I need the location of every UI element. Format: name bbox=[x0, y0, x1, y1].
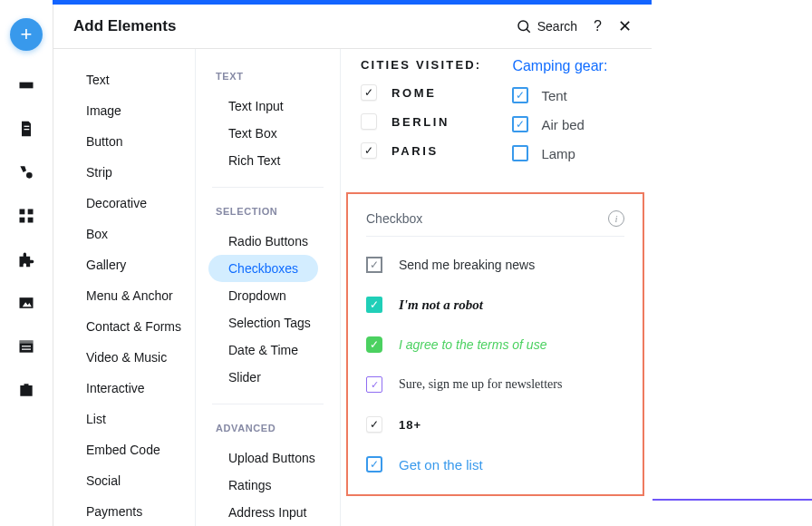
camping-label: Tent bbox=[541, 88, 566, 103]
info-icon[interactable]: i bbox=[608, 210, 624, 227]
apps-icon[interactable] bbox=[17, 207, 35, 225]
svg-line-14 bbox=[527, 29, 530, 33]
checkbox-icon: ✓ bbox=[366, 336, 382, 353]
sub-item-checkboxes[interactable]: Checkboxes bbox=[208, 255, 318, 282]
cities-group[interactable]: Cities visited: ✓RomeBerlin✓Paris bbox=[361, 58, 481, 174]
checkbox-sample[interactable]: ✓Send me breaking news bbox=[366, 257, 624, 273]
business-icon[interactable] bbox=[17, 381, 35, 399]
camping-row[interactable]: ✓Tent bbox=[512, 87, 607, 103]
svg-rect-0 bbox=[20, 83, 34, 89]
camping-row[interactable]: ✓Air bed bbox=[512, 116, 607, 132]
add-elements-panel: Add Elements Search ? ✕ TextImageButtonS… bbox=[53, 5, 652, 526]
sub-item-date-time[interactable]: Date & Time bbox=[208, 336, 318, 364]
category-item-payments[interactable]: Payments bbox=[66, 497, 162, 526]
checkbox-sample[interactable]: ✓Sure, sign me up for newsletters bbox=[366, 376, 624, 393]
category-item-video-music[interactable]: Video & Music bbox=[66, 343, 187, 372]
puzzle-icon[interactable] bbox=[17, 250, 35, 268]
category-item-interactive[interactable]: Interactive bbox=[66, 374, 165, 403]
city-label: Rome bbox=[392, 86, 436, 100]
city-label: Paris bbox=[392, 144, 439, 158]
sub-item-text-box[interactable]: Text Box bbox=[208, 120, 297, 147]
left-rail: + bbox=[0, 0, 53, 526]
add-button[interactable]: + bbox=[10, 18, 43, 51]
checkbox-icon bbox=[512, 145, 528, 161]
cities-heading: Cities visited: bbox=[361, 58, 481, 72]
checkbox-sample-label: 18+ bbox=[399, 418, 421, 432]
camping-heading: Camping gear: bbox=[512, 58, 607, 74]
close-icon[interactable]: ✕ bbox=[618, 16, 632, 36]
category-item-contact-forms[interactable]: Contact & Forms bbox=[66, 312, 196, 341]
category-item-list[interactable]: List bbox=[66, 404, 126, 433]
checkbox-icon: ✓ bbox=[361, 142, 377, 159]
help-icon[interactable]: ? bbox=[594, 18, 602, 34]
sub-item-selection-tags[interactable]: Selection Tags bbox=[208, 309, 331, 336]
subcategory-list: TextText InputText BoxRich TextSelection… bbox=[196, 49, 341, 526]
checkbox-icon: ✓ bbox=[366, 257, 382, 273]
svg-rect-1 bbox=[24, 126, 30, 127]
category-item-box[interactable]: Box bbox=[66, 219, 128, 248]
category-item-image[interactable]: Image bbox=[66, 96, 141, 125]
section-icon[interactable] bbox=[17, 76, 35, 94]
sub-item-dropdown[interactable]: Dropdown bbox=[208, 282, 306, 309]
page-icon[interactable] bbox=[17, 120, 35, 138]
sub-item-ratings[interactable]: Ratings bbox=[208, 472, 291, 499]
sub-item-radio-buttons[interactable]: Radio Buttons bbox=[208, 228, 328, 255]
category-item-decorative[interactable]: Decorative bbox=[66, 189, 167, 218]
checkbox-icon: ✓ bbox=[512, 116, 528, 132]
city-row[interactable]: ✓Paris bbox=[361, 142, 481, 159]
city-row[interactable]: Berlin bbox=[361, 113, 481, 130]
checkbox-variants-box: Checkbox i ✓Send me breaking news✓I'm no… bbox=[346, 192, 644, 496]
checkbox-icon: ✓ bbox=[512, 87, 528, 103]
svg-rect-6 bbox=[28, 218, 34, 223]
checkbox-sample-label: I agree to the terms of use bbox=[399, 337, 546, 352]
category-item-gallery[interactable]: Gallery bbox=[66, 250, 146, 279]
checkbox-sample-label: Sure, sign me up for newsletters bbox=[399, 377, 562, 392]
checkbox-icon: ✓ bbox=[366, 297, 382, 313]
checkbox-sample-label: Send me breaking news bbox=[399, 258, 535, 272]
subgroup-heading: Selection bbox=[196, 200, 340, 228]
category-item-text[interactable]: Text bbox=[66, 65, 130, 94]
camping-label: Lamp bbox=[541, 146, 575, 161]
checkbox-sample-label: Get on the list bbox=[399, 457, 483, 472]
data-icon[interactable] bbox=[17, 337, 35, 356]
category-item-menu-anchor[interactable]: Menu & Anchor bbox=[66, 281, 193, 310]
search-label: Search bbox=[537, 19, 577, 34]
svg-rect-4 bbox=[28, 209, 34, 215]
checkbox-icon bbox=[361, 113, 377, 130]
canvas-guide-line bbox=[652, 499, 812, 501]
category-item-strip[interactable]: Strip bbox=[66, 158, 132, 187]
styles-icon[interactable] bbox=[17, 163, 35, 181]
city-row[interactable]: ✓Rome bbox=[361, 84, 481, 101]
sub-item-slider[interactable]: Slider bbox=[208, 364, 281, 391]
category-item-embed-code[interactable]: Embed Code bbox=[66, 435, 180, 464]
checkbox-sample[interactable]: ✓18+ bbox=[366, 416, 624, 433]
canvas-gap bbox=[652, 0, 812, 526]
category-list: TextImageButtonStripDecorativeBoxGallery… bbox=[53, 49, 196, 526]
svg-rect-11 bbox=[22, 346, 31, 346]
checkbox-sample-label: I'm not a robot bbox=[399, 297, 483, 313]
sub-item-rich-text[interactable]: Rich Text bbox=[208, 147, 300, 174]
checkbox-sample[interactable]: ✓I'm not a robot bbox=[366, 297, 624, 313]
sub-item-address-input[interactable]: Address Input bbox=[208, 499, 326, 526]
camping-row[interactable]: Lamp bbox=[512, 145, 607, 161]
checkbox-sample[interactable]: ✓Get on the list bbox=[366, 456, 624, 472]
svg-rect-12 bbox=[22, 349, 31, 350]
checkbox-icon: ✓ bbox=[366, 456, 382, 472]
search-button[interactable]: Search bbox=[516, 18, 577, 34]
sub-item-text-input[interactable]: Text Input bbox=[208, 93, 304, 120]
checkbox-icon: ✓ bbox=[366, 416, 382, 433]
svg-rect-2 bbox=[24, 129, 30, 130]
svg-rect-3 bbox=[20, 209, 25, 215]
checkbox-sample[interactable]: ✓I agree to the terms of use bbox=[366, 336, 624, 353]
category-item-social[interactable]: Social bbox=[66, 466, 140, 495]
svg-point-13 bbox=[518, 21, 528, 31]
camping-label: Air bed bbox=[541, 117, 585, 132]
panel-title: Add Elements bbox=[73, 17, 176, 35]
media-icon[interactable] bbox=[17, 294, 35, 312]
svg-rect-5 bbox=[20, 218, 25, 223]
camping-group[interactable]: Camping gear: ✓Tent✓Air bedLamp bbox=[512, 58, 607, 174]
sub-item-upload-buttons[interactable]: Upload Buttons bbox=[208, 444, 335, 472]
checkbox-icon: ✓ bbox=[361, 84, 377, 101]
subgroup-heading: Advanced bbox=[196, 417, 340, 444]
category-item-button[interactable]: Button bbox=[66, 127, 142, 156]
